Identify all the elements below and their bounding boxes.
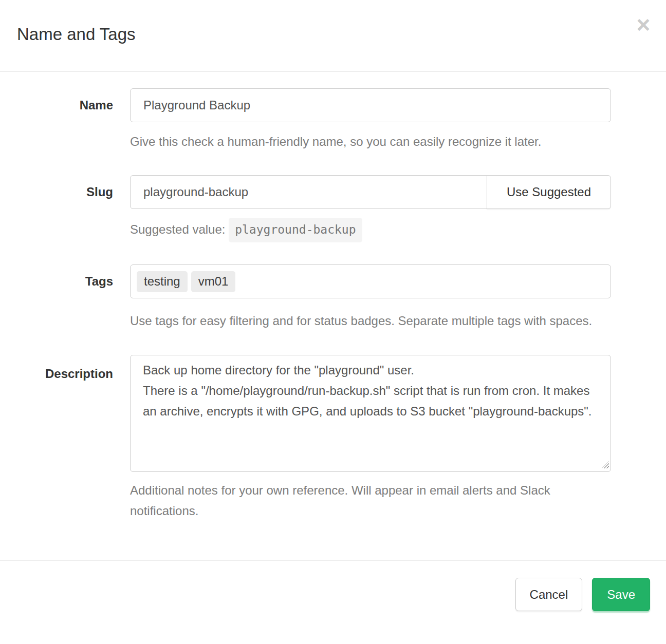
modal-title: Name and Tags: [17, 23, 649, 46]
description-textarea[interactable]: Back up home directory for the "playgrou…: [130, 355, 611, 472]
suggested-value-prefix: Suggested value:: [130, 222, 225, 236]
description-help-text: Additional notes for your own reference.…: [130, 480, 611, 521]
close-button[interactable]: ×: [634, 15, 653, 34]
tags-label: Tags: [85, 274, 113, 288]
modal-body: Name Give this check a human-friendly na…: [0, 72, 666, 521]
slug-input-group: Use Suggested: [130, 175, 611, 209]
description-label: Description: [45, 355, 113, 382]
tags-form-group: Tags testing vm01 Use tags for easy filt…: [0, 264, 624, 331]
tag-chip[interactable]: vm01: [191, 271, 236, 292]
suggested-value-code: playground-backup: [229, 218, 362, 242]
name-and-tags-modal: Name and Tags × Name Give this check a h…: [0, 0, 666, 644]
modal-footer: Cancel Save: [0, 560, 666, 627]
tags-input[interactable]: testing vm01: [130, 264, 611, 298]
modal-header: Name and Tags ×: [0, 0, 666, 72]
name-form-group: Name Give this check a human-friendly na…: [0, 88, 624, 152]
save-button[interactable]: Save: [592, 578, 650, 611]
slug-form-group: Slug Use Suggested Suggested value: play…: [0, 175, 624, 242]
suggested-value-line: Suggested value: playground-backup: [130, 218, 611, 242]
tags-help-text: Use tags for easy filtering and for stat…: [130, 311, 611, 331]
close-icon: ×: [637, 11, 651, 38]
slug-input[interactable]: [130, 175, 487, 209]
cancel-button[interactable]: Cancel: [515, 578, 583, 611]
name-input[interactable]: [130, 88, 611, 122]
description-form-group: Description Back up home directory for t…: [0, 355, 624, 521]
name-label: Name: [80, 98, 113, 112]
slug-label: Slug: [86, 185, 113, 199]
tag-chip[interactable]: testing: [137, 271, 188, 292]
use-suggested-button[interactable]: Use Suggested: [487, 175, 611, 209]
name-help-text: Give this check a human-friendly name, s…: [130, 131, 611, 152]
